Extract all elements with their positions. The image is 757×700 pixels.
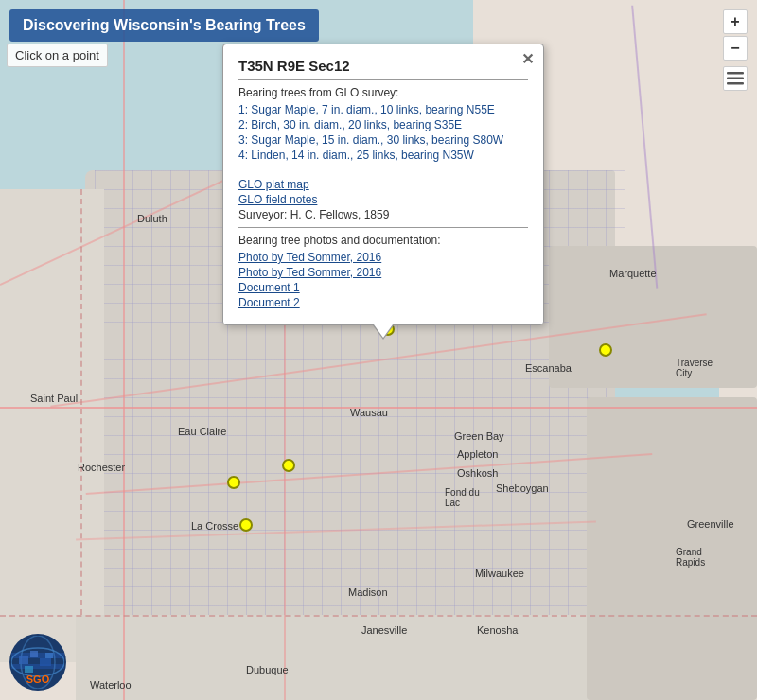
popup-title: T35N R9E Sec12 <box>238 58 528 74</box>
popup-link[interactable]: GLO field notes <box>238 193 528 206</box>
zoom-out-button[interactable]: − <box>723 36 748 61</box>
popup-link[interactable]: Document 2 <box>238 296 528 309</box>
layers-button[interactable] <box>723 66 748 91</box>
popup-section1-title: Bearing trees from GLO survey: <box>238 86 528 99</box>
map-point-2[interactable] <box>599 343 612 357</box>
city-sheboygan: Sheboygan <box>496 482 549 494</box>
lower-michigan <box>587 397 757 700</box>
city-fond-du-lac: Fond duLac <box>445 487 480 508</box>
popup-link[interactable]: GLO plat map <box>238 178 528 191</box>
city-oshkosh: Oshkosh <box>457 467 498 479</box>
svg-rect-1 <box>727 78 744 80</box>
popup-surveyor: Surveyor: H. C. Fellows, 1859 <box>238 208 528 221</box>
popup-tree-item: 3: Sugar Maple, 15 in. diam., 30 links, … <box>238 133 528 147</box>
map-point-3[interactable] <box>282 459 295 472</box>
svg-rect-8 <box>19 656 28 664</box>
svg-rect-0 <box>727 72 744 75</box>
city-green-bay: Green Bay <box>454 430 504 442</box>
city-waterloo: Waterloo <box>90 679 132 691</box>
city-marquette: Marquette <box>609 268 657 279</box>
popup-divider-2 <box>238 227 528 228</box>
city-duluth: Duluth <box>137 213 167 224</box>
iowa-illinois <box>76 615 596 700</box>
state-border-south <box>0 615 757 617</box>
city-greenville: Greenville <box>687 518 734 530</box>
layers-icon <box>727 72 744 85</box>
svg-rect-12 <box>45 653 53 658</box>
svg-rect-11 <box>25 666 33 673</box>
state-border-west <box>80 189 82 615</box>
city-dubuque: Dubuque <box>246 664 289 675</box>
popup-close-button[interactable]: ✕ <box>521 50 534 68</box>
svg-rect-5 <box>11 664 64 669</box>
svg-rect-10 <box>40 658 51 666</box>
popup-link[interactable]: Photo by Ted Sommer, 2016 <box>238 266 528 279</box>
map-container: Duluth Saint Paul Eau Claire Wausau Gree… <box>0 0 757 700</box>
city-la-crosse: La Crosse <box>191 520 238 532</box>
city-appleton: Appleton <box>457 448 498 460</box>
zoom-in-button[interactable]: + <box>723 9 748 34</box>
city-traverse-city: TraverseCity <box>676 358 713 378</box>
svg-rect-9 <box>30 651 38 657</box>
click-instruction: Click on a point <box>7 44 108 67</box>
city-grand-rapids: GrandRapids <box>676 547 705 568</box>
city-kenosha: Kenosha <box>477 624 518 636</box>
city-madison: Madison <box>348 586 388 598</box>
click-instruction-text: Click on a point <box>15 48 99 62</box>
city-milwaukee: Milwaukee <box>475 568 524 579</box>
popup-links2: Photo by Ted Sommer, 2016Photo by Ted So… <box>238 251 528 309</box>
sgo-logo: SGO <box>9 634 66 691</box>
zoom-controls: + − <box>723 9 748 61</box>
city-rochester: Rochester <box>78 462 125 473</box>
popup-divider-1 <box>238 79 528 80</box>
popup-tree-item: 2: Birch, 30 in. diam., 20 links, bearin… <box>238 118 528 131</box>
city-saint-paul: Saint Paul <box>30 393 78 404</box>
info-popup: ✕ T35N R9E Sec12 Bearing trees from GLO … <box>222 44 544 325</box>
city-eau-claire: Eau Claire <box>178 426 226 437</box>
city-wausau: Wausau <box>350 407 388 418</box>
app-title-text: Discovering Wisconsin's Bearing Trees <box>23 17 306 33</box>
city-janesville: Janesville <box>361 624 407 636</box>
popup-trees: 1: Sugar Maple, 7 in. diam., 10 links, b… <box>238 103 528 162</box>
sgo-text: SGO <box>26 674 49 685</box>
popup-link[interactable]: Document 1 <box>238 281 528 294</box>
map-point-5[interactable] <box>239 518 253 532</box>
popup-link[interactable]: Photo by Ted Sommer, 2016 <box>238 251 528 264</box>
popup-tree-item: 1: Sugar Maple, 7 in. diam., 10 links, b… <box>238 103 528 116</box>
city-escanaba: Escanaba <box>525 362 572 374</box>
popup-tree-item: 4: Linden, 14 in. diam., 25 links, beari… <box>238 149 528 162</box>
popup-links1: GLO plat mapGLO field notes <box>238 178 528 206</box>
popup-section2-title: Bearing tree photos and documentation: <box>238 234 528 247</box>
road-2 <box>123 0 125 700</box>
svg-rect-2 <box>727 82 744 85</box>
app-title: Discovering Wisconsin's Bearing Trees <box>9 9 319 42</box>
map-point-4[interactable] <box>227 476 240 489</box>
